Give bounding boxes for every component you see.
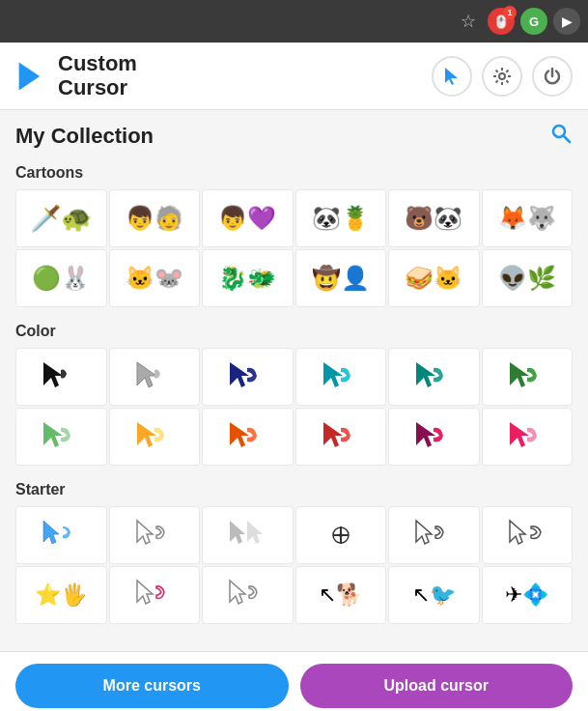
svg-line-4 xyxy=(564,136,571,143)
cursor-item[interactable]: 🐉🐲 xyxy=(202,249,294,307)
cursor-item[interactable] xyxy=(202,506,294,564)
cursor-item[interactable] xyxy=(109,566,201,624)
svg-marker-8 xyxy=(323,362,343,387)
category-title-starter: Starter xyxy=(15,481,573,498)
collection-header: My Collection xyxy=(15,122,573,151)
category-starter: Starter xyxy=(15,481,573,624)
browser-bar: ☆ 🖱️ 1 G ▶ xyxy=(0,0,588,43)
cursor-item[interactable]: 👦💜 xyxy=(202,189,294,247)
svg-marker-0 xyxy=(19,62,41,90)
cursor-item[interactable] xyxy=(15,408,107,466)
color-grid xyxy=(15,348,573,466)
more-cursors-button[interactable]: More cursors xyxy=(15,664,289,708)
category-title-color: Color xyxy=(15,323,573,340)
svg-marker-12 xyxy=(137,422,156,447)
cursor-item[interactable] xyxy=(202,408,294,466)
cursor-item[interactable] xyxy=(482,408,574,466)
category-title-cartoons: Cartoons xyxy=(15,164,573,182)
svg-marker-11 xyxy=(43,422,63,447)
cursor-item[interactable] xyxy=(482,506,574,564)
svg-marker-25 xyxy=(416,521,432,544)
svg-marker-7 xyxy=(230,362,249,387)
cursor-item[interactable]: 👽🌿 xyxy=(482,249,574,307)
cursor-item[interactable] xyxy=(109,408,201,466)
cursor-item[interactable]: 🐻🐼 xyxy=(388,189,480,247)
cursor-item[interactable]: 🤠👤 xyxy=(295,249,387,307)
ext1-badge: 1 xyxy=(503,6,517,19)
app-header: Custom Cursor xyxy=(0,43,588,110)
cartoons-grid: 🗡️🐢 👦🧓 👦💜 🐼🍍 🐻🐼 🦊🐺 🟢🐰 🐱� xyxy=(15,189,573,307)
svg-marker-28 xyxy=(230,581,245,604)
svg-marker-1 xyxy=(445,68,458,85)
cursor-item[interactable]: 🟢🐰 xyxy=(15,249,107,307)
header-actions xyxy=(432,56,573,97)
cursor-item[interactable]: 🗡️🐢 xyxy=(15,189,107,247)
svg-marker-15 xyxy=(416,422,435,447)
power-button[interactable] xyxy=(532,56,573,97)
cursor-item[interactable] xyxy=(202,566,294,624)
power-icon xyxy=(542,66,563,87)
cursor-item[interactable] xyxy=(388,408,480,466)
cursor-item[interactable]: ↖🐦 xyxy=(388,566,480,624)
category-cartoons: Cartoons 🗡️🐢 👦🧓 👦💜 🐼🍍 🐻🐼 🦊🐺 xyxy=(15,164,573,307)
logo-area: Custom Cursor xyxy=(15,52,137,99)
cursor-item[interactable]: 🥪🐱 xyxy=(388,249,480,307)
upload-cursor-button[interactable]: Upload cursor xyxy=(300,664,574,708)
cursor-item[interactable] xyxy=(388,506,480,564)
ext1-icon[interactable]: 🖱️ 1 xyxy=(488,8,515,35)
svg-marker-6 xyxy=(137,362,156,387)
cursor-button[interactable] xyxy=(432,56,472,97)
svg-marker-27 xyxy=(137,581,153,604)
starter-grid: ⭐🖐️ ↖🐕 ↖🐦 ✈💠 xyxy=(15,506,573,624)
svg-marker-10 xyxy=(510,362,529,387)
cursor-item[interactable] xyxy=(202,348,294,406)
cursor-item[interactable] xyxy=(482,348,574,406)
search-icon xyxy=(549,122,573,145)
cursor-item[interactable]: ⭐🖐️ xyxy=(15,566,107,624)
svg-marker-26 xyxy=(510,521,525,544)
cursor-item[interactable] xyxy=(15,348,107,406)
settings-button[interactable] xyxy=(482,56,522,97)
cursor-item[interactable] xyxy=(295,506,387,564)
cursor-icon xyxy=(441,66,462,87)
logo-text: Custom Cursor xyxy=(58,52,137,99)
cursor-item[interactable] xyxy=(295,348,387,406)
cursor-item[interactable]: ✈💠 xyxy=(482,566,574,624)
svg-marker-18 xyxy=(137,521,153,544)
cursor-item[interactable] xyxy=(15,506,107,564)
cursor-item[interactable]: 👦🧓 xyxy=(109,189,201,247)
cursor-item[interactable]: 🐱🐭 xyxy=(109,249,201,307)
main-content: My Collection Cartoons 🗡️🐢 👦🧓 👦💜 🐼🍍 xyxy=(0,110,588,651)
svg-marker-20 xyxy=(247,521,263,544)
bottom-bar: More cursors Upload cursor xyxy=(0,651,588,711)
cursor-item[interactable] xyxy=(295,408,387,466)
svg-point-24 xyxy=(339,533,343,537)
svg-point-2 xyxy=(499,73,505,79)
svg-marker-5 xyxy=(43,362,63,387)
cursor-item[interactable] xyxy=(109,348,201,406)
search-button[interactable] xyxy=(549,122,573,151)
ext3-icon[interactable]: ▶ xyxy=(553,8,580,35)
svg-marker-19 xyxy=(230,521,245,544)
extensions-icon[interactable]: ☆ xyxy=(455,8,482,35)
svg-marker-14 xyxy=(323,422,343,447)
category-color: Color xyxy=(15,323,573,466)
cursor-item[interactable]: ↖🐕 xyxy=(295,566,387,624)
cursor-item[interactable]: 🦊🐺 xyxy=(482,189,574,247)
svg-marker-16 xyxy=(510,422,529,447)
logo-icon xyxy=(15,59,50,94)
svg-marker-17 xyxy=(43,521,59,544)
cursor-item[interactable] xyxy=(109,506,201,564)
ext2-icon[interactable]: G xyxy=(520,8,547,35)
svg-marker-9 xyxy=(416,362,435,387)
settings-icon xyxy=(491,66,513,87)
collection-title: My Collection xyxy=(15,124,154,149)
cursor-item[interactable] xyxy=(388,348,480,406)
cursor-item[interactable]: 🐼🍍 xyxy=(295,189,387,247)
svg-marker-13 xyxy=(230,422,249,447)
